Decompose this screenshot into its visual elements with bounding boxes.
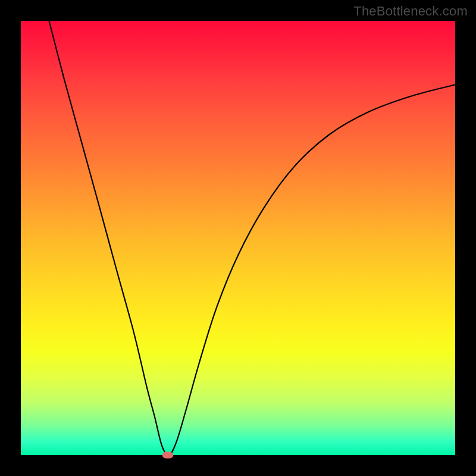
optimal-point-marker [162,452,173,459]
watermark-text: TheBottleneck.com [353,4,468,19]
chart-curve-layer [21,21,455,455]
chart-frame: TheBottleneck.com [0,0,476,476]
bottleneck-curve [49,21,455,455]
